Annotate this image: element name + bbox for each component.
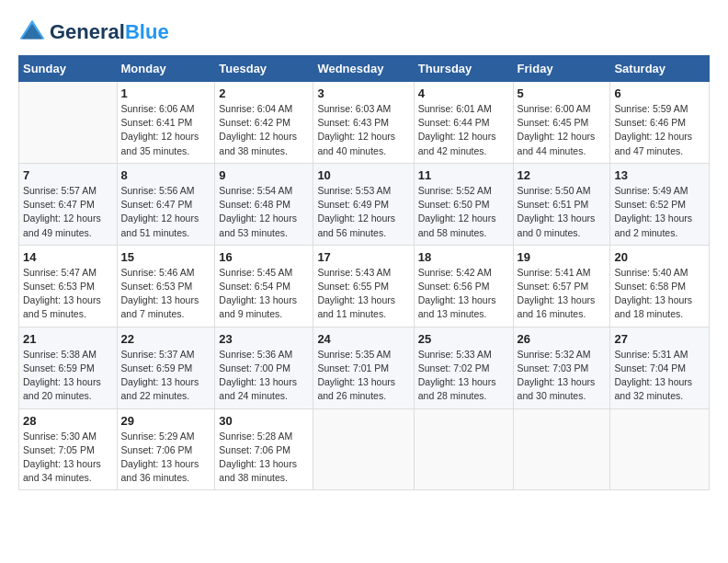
daylight-label: Daylight: 13 hours and 2 minutes.: [614, 213, 692, 237]
sunset-label: Sunset: 6:56 PM: [418, 281, 490, 292]
day-info: Sunrise: 5:59 AMSunset: 6:46 PMDaylight:…: [614, 102, 705, 158]
calendar-cell: 6Sunrise: 5:59 AMSunset: 6:46 PMDaylight…: [610, 82, 710, 164]
calendar-cell: [414, 408, 513, 490]
calendar-week-row: 21Sunrise: 5:38 AMSunset: 6:59 PMDayligh…: [19, 327, 710, 408]
sunset-label: Sunset: 7:01 PM: [317, 362, 389, 373]
daylight-label: Daylight: 12 hours and 47 minutes.: [614, 131, 692, 155]
sunrise-label: Sunrise: 5:35 AM: [317, 349, 391, 360]
sunset-label: Sunset: 6:42 PM: [219, 117, 290, 128]
calendar-week-row: 14Sunrise: 5:47 AMSunset: 6:53 PMDayligh…: [19, 245, 710, 327]
sunset-label: Sunset: 6:47 PM: [23, 199, 95, 210]
calendar-cell: 24Sunrise: 5:35 AMSunset: 7:01 PMDayligh…: [313, 327, 414, 408]
calendar-cell: 26Sunrise: 5:32 AMSunset: 7:03 PMDayligh…: [513, 327, 610, 408]
daylight-label: Daylight: 12 hours and 51 minutes.: [121, 213, 199, 237]
day-number: 5: [518, 86, 607, 100]
day-number: 6: [614, 86, 705, 100]
calendar-cell: 29Sunrise: 5:29 AMSunset: 7:06 PMDayligh…: [117, 408, 215, 490]
day-info: Sunrise: 5:53 AMSunset: 6:49 PMDaylight:…: [317, 184, 409, 240]
day-info: Sunrise: 5:36 AMSunset: 7:00 PMDaylight:…: [219, 348, 309, 404]
day-number: 7: [23, 168, 113, 182]
daylight-label: Daylight: 13 hours and 11 minutes.: [317, 294, 395, 319]
calendar-week-row: 1Sunrise: 6:06 AMSunset: 6:41 PMDaylight…: [19, 82, 710, 164]
sunrise-label: Sunrise: 6:06 AM: [121, 103, 195, 114]
day-info: Sunrise: 5:50 AMSunset: 6:51 PMDaylight:…: [518, 184, 607, 240]
day-number: 1: [121, 86, 211, 100]
day-number: 21: [23, 332, 113, 346]
daylight-label: Daylight: 13 hours and 5 minutes.: [23, 294, 101, 319]
daylight-label: Daylight: 12 hours and 53 minutes.: [219, 213, 297, 237]
calendar-cell: 8Sunrise: 5:56 AMSunset: 6:47 PMDaylight…: [117, 163, 215, 245]
sunrise-label: Sunrise: 5:37 AM: [121, 349, 195, 360]
daylight-label: Daylight: 13 hours and 20 minutes.: [23, 376, 101, 401]
calendar-cell: 25Sunrise: 5:33 AMSunset: 7:02 PMDayligh…: [414, 327, 513, 408]
calendar-cell: 7Sunrise: 5:57 AMSunset: 6:47 PMDaylight…: [19, 163, 118, 245]
sunrise-label: Sunrise: 5:32 AM: [518, 349, 591, 360]
day-info: Sunrise: 6:03 AMSunset: 6:43 PMDaylight:…: [317, 102, 409, 158]
calendar-cell: 15Sunrise: 5:46 AMSunset: 6:53 PMDayligh…: [117, 245, 215, 327]
day-number: 25: [418, 332, 509, 346]
calendar-cell: 1Sunrise: 6:06 AMSunset: 6:41 PMDaylight…: [117, 82, 215, 164]
calendar-cell: [19, 82, 118, 164]
calendar-table: SundayMondayTuesdayWednesdayThursdayFrid…: [18, 55, 710, 490]
sunrise-label: Sunrise: 6:03 AM: [317, 103, 391, 114]
sunset-label: Sunset: 6:58 PM: [614, 281, 686, 292]
day-info: Sunrise: 5:47 AMSunset: 6:53 PMDaylight:…: [23, 266, 113, 322]
sunrise-label: Sunrise: 5:59 AM: [614, 103, 688, 114]
day-number: 28: [23, 414, 113, 428]
sunrise-label: Sunrise: 6:01 AM: [418, 103, 492, 114]
day-info: Sunrise: 5:40 AMSunset: 6:58 PMDaylight:…: [614, 266, 705, 322]
sunrise-label: Sunrise: 5:54 AM: [219, 185, 292, 196]
daylight-label: Daylight: 12 hours and 42 minutes.: [418, 131, 496, 155]
day-info: Sunrise: 5:46 AMSunset: 6:53 PMDaylight:…: [121, 266, 211, 322]
calendar-cell: 13Sunrise: 5:49 AMSunset: 6:52 PMDayligh…: [610, 163, 710, 245]
calendar-cell: 16Sunrise: 5:45 AMSunset: 6:54 PMDayligh…: [215, 245, 313, 327]
sunset-label: Sunset: 6:57 PM: [518, 281, 589, 292]
day-number: 29: [121, 414, 211, 428]
daylight-label: Daylight: 13 hours and 36 minutes.: [121, 458, 199, 483]
day-info: Sunrise: 5:35 AMSunset: 7:01 PMDaylight:…: [317, 348, 409, 404]
sunrise-label: Sunrise: 5:40 AM: [614, 267, 688, 278]
calendar-cell: 12Sunrise: 5:50 AMSunset: 6:51 PMDayligh…: [513, 163, 610, 245]
sunset-label: Sunset: 6:52 PM: [614, 199, 686, 210]
daylight-label: Daylight: 13 hours and 22 minutes.: [121, 376, 199, 401]
day-number: 22: [121, 332, 211, 346]
weekday-header-friday: Friday: [513, 56, 610, 82]
calendar-cell: 11Sunrise: 5:52 AMSunset: 6:50 PMDayligh…: [414, 163, 513, 245]
sunset-label: Sunset: 6:49 PM: [317, 199, 389, 210]
day-info: Sunrise: 5:38 AMSunset: 6:59 PMDaylight:…: [23, 348, 113, 404]
calendar-week-row: 7Sunrise: 5:57 AMSunset: 6:47 PMDaylight…: [19, 163, 710, 245]
weekday-header-thursday: Thursday: [414, 56, 513, 82]
day-info: Sunrise: 6:04 AMSunset: 6:42 PMDaylight:…: [219, 102, 309, 158]
sunrise-label: Sunrise: 5:52 AM: [418, 185, 492, 196]
sunset-label: Sunset: 6:44 PM: [418, 117, 490, 128]
sunrise-label: Sunrise: 5:49 AM: [614, 185, 688, 196]
calendar-cell: 22Sunrise: 5:37 AMSunset: 6:59 PMDayligh…: [117, 327, 215, 408]
daylight-label: Daylight: 12 hours and 44 minutes.: [518, 131, 596, 155]
daylight-label: Daylight: 13 hours and 16 minutes.: [518, 294, 596, 319]
sunrise-label: Sunrise: 5:38 AM: [23, 349, 97, 360]
sunset-label: Sunset: 6:53 PM: [121, 281, 193, 292]
sunset-label: Sunset: 6:48 PM: [219, 199, 290, 210]
day-info: Sunrise: 5:37 AMSunset: 6:59 PMDaylight:…: [121, 348, 211, 404]
sunset-label: Sunset: 6:55 PM: [317, 281, 389, 292]
sunrise-label: Sunrise: 5:33 AM: [418, 349, 492, 360]
day-number: 15: [121, 250, 211, 264]
sunset-label: Sunset: 6:47 PM: [121, 199, 193, 210]
sunrise-label: Sunrise: 5:31 AM: [614, 349, 688, 360]
day-info: Sunrise: 6:01 AMSunset: 6:44 PMDaylight:…: [418, 102, 509, 158]
daylight-label: Daylight: 13 hours and 0 minutes.: [518, 213, 596, 237]
sunset-label: Sunset: 7:06 PM: [219, 444, 290, 455]
sunset-label: Sunset: 7:06 PM: [121, 444, 193, 455]
calendar-cell: 28Sunrise: 5:30 AMSunset: 7:05 PMDayligh…: [19, 408, 118, 490]
sunrise-label: Sunrise: 5:47 AM: [23, 267, 97, 278]
day-info: Sunrise: 5:41 AMSunset: 6:57 PMDaylight:…: [518, 266, 607, 322]
sunset-label: Sunset: 6:50 PM: [418, 199, 490, 210]
day-number: 20: [614, 250, 705, 264]
calendar-cell: 9Sunrise: 5:54 AMSunset: 6:48 PMDaylight…: [215, 163, 313, 245]
day-info: Sunrise: 5:52 AMSunset: 6:50 PMDaylight:…: [418, 184, 509, 240]
daylight-label: Daylight: 13 hours and 28 minutes.: [418, 376, 496, 401]
daylight-label: Daylight: 13 hours and 24 minutes.: [219, 376, 297, 401]
day-info: Sunrise: 5:45 AMSunset: 6:54 PMDaylight:…: [219, 266, 309, 322]
daylight-label: Daylight: 13 hours and 34 minutes.: [23, 458, 101, 483]
weekday-header-tuesday: Tuesday: [215, 56, 313, 82]
